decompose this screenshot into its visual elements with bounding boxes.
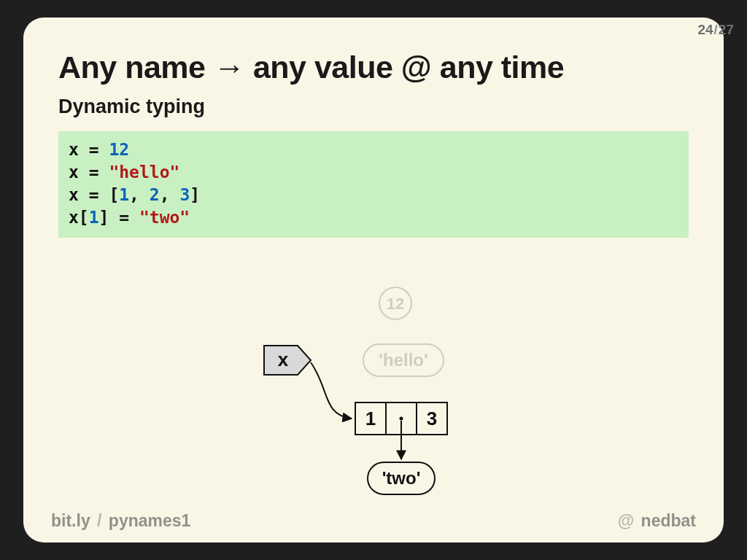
svg-text:'hello': 'hello' [379,350,427,370]
list-cell-1-dot [400,417,403,421]
old-int-node: 12 [379,287,411,319]
slide-title: Any name → any value @ any time [23,18,724,91]
ref-str-node: 'two' [368,462,435,494]
page-counter: 24/27 [697,22,734,38]
svg-text:12: 12 [387,295,404,313]
svg-text:'two': 'two' [382,468,421,488]
footer-handle: @ nedbat [616,511,696,531]
footer-link: bit.ly / pynames1 [51,511,190,531]
old-str-node: 'hello' [363,344,444,376]
list-cell-0: 1 [365,408,376,429]
arrow-name-to-list [311,362,352,419]
slide-subtitle: Dynamic typing [23,91,724,131]
page-current: 24 [697,22,713,37]
name-tag: x [264,346,311,375]
page-total: 27 [719,22,734,37]
diagram: 12 'hello' x 1 3 'two' [235,280,512,513]
list-cell-2: 3 [427,408,437,429]
svg-text:x: x [278,349,289,370]
page-slash: / [714,22,718,37]
code-block: x = 12 x = "hello" x = [1, 2, 3] x[1] = … [58,131,689,238]
footer: bit.ly / pynames1 @ nedbat [23,511,724,531]
slide: 24/27 Any name → any value @ any time Dy… [23,18,724,542]
